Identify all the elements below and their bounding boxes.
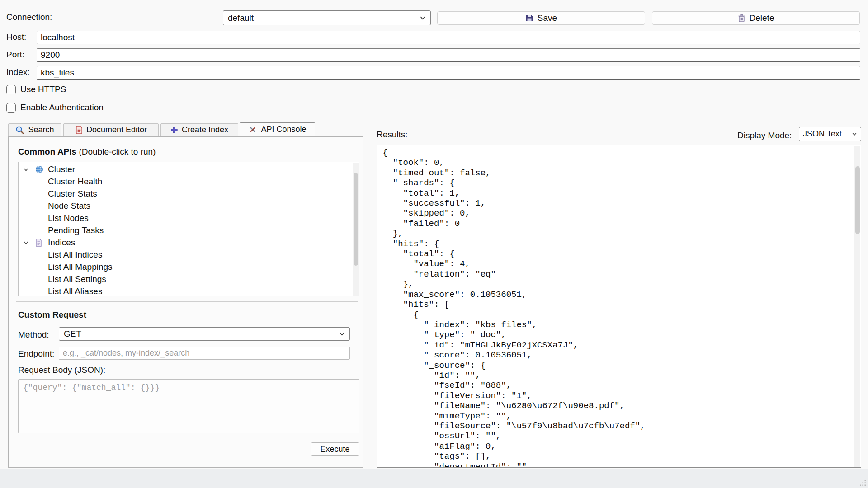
tree-item-label[interactable]: List Nodes: [48, 213, 89, 223]
tab-create-index[interactable]: Create Index: [160, 123, 238, 136]
chevron-down-icon: [852, 131, 857, 137]
panel-divider: [16, 301, 358, 302]
api-console-panel: Common APIs (Double-click to run): [8, 136, 363, 468]
results-scrollbar-thumb[interactable]: [855, 166, 860, 234]
endpoint-input[interactable]: [59, 347, 350, 360]
method-label: Method:: [18, 330, 49, 340]
use-https-row[interactable]: Use HTTPS: [6, 84, 66, 94]
delete-button[interactable]: Delete: [652, 11, 860, 25]
port-label: Port:: [6, 50, 24, 60]
enable-auth-row[interactable]: Enable Authentication: [6, 103, 104, 113]
tree-item-pending-tasks[interactable]: Pending Tasks: [19, 225, 352, 236]
trash-icon: [738, 14, 745, 22]
results-output: { "took": 0, "timed_out": false, "_shard…: [377, 145, 861, 468]
endpoint-label: Endpoint:: [18, 349, 54, 359]
tab-search[interactable]: Search: [8, 123, 61, 136]
tree-item-node-stats[interactable]: Node Stats: [19, 200, 352, 212]
host-input[interactable]: [37, 31, 860, 44]
chevron-down-icon: [339, 331, 345, 337]
tree-item-label[interactable]: Cluster: [48, 164, 75, 174]
results-label: Results:: [377, 130, 408, 140]
method-value: GET: [64, 329, 81, 339]
use-https-label: Use HTTPS: [20, 84, 66, 94]
results-scrollbar[interactable]: [854, 146, 860, 467]
page-icon: [35, 239, 42, 247]
request-body-label: Request Body (JSON):: [18, 365, 105, 375]
method-select[interactable]: GET: [59, 327, 350, 341]
tree-item-list-all-aliases[interactable]: List All Aliases: [19, 286, 352, 296]
tab-api-console[interactable]: API Console: [240, 122, 315, 136]
tree-item-label[interactable]: List All Mappings: [48, 262, 113, 272]
connection-value: default: [228, 13, 254, 23]
app-window: Connection: default Save De: [0, 0, 868, 488]
resize-grip[interactable]: [860, 480, 866, 486]
display-mode-value: JSON Text: [803, 129, 842, 139]
tab-bar: Search Document Editor Create Index: [8, 122, 325, 136]
common-apis-hint: (Double-click to run): [76, 147, 156, 156]
delete-button-label: Delete: [750, 13, 774, 23]
tree-item-cluster-stats[interactable]: Cluster Stats: [19, 188, 352, 200]
tree-item-label[interactable]: Indices: [48, 238, 75, 248]
connection-label: Connection:: [6, 12, 52, 22]
execute-button-label: Execute: [320, 445, 349, 454]
request-body-textarea[interactable]: [18, 379, 359, 433]
use-https-checkbox[interactable]: [6, 85, 16, 94]
common-apis-title: Common APIs: [18, 147, 76, 156]
save-icon: [525, 14, 533, 22]
tree-scrollbar[interactable]: [353, 163, 359, 296]
tab-document-editor-label: Document Editor: [86, 125, 147, 135]
chevron-down-icon[interactable]: [23, 239, 29, 246]
display-mode-select[interactable]: JSON Text: [799, 127, 861, 141]
enable-auth-label: Enable Authentication: [20, 103, 104, 113]
plus-icon: [170, 126, 178, 134]
tab-document-editor[interactable]: Document Editor: [63, 123, 159, 136]
save-button-label: Save: [538, 13, 557, 23]
status-strip: [0, 469, 868, 488]
execute-button[interactable]: Execute: [311, 442, 359, 456]
results-json-text: { "took": 0, "timed_out": false, "_shard…: [382, 148, 853, 467]
connection-select[interactable]: default: [223, 10, 431, 25]
tree-item-list-all-settings[interactable]: List All Settings: [19, 273, 352, 285]
chevron-down-icon: [420, 15, 426, 21]
tree-item-label[interactable]: List All Aliases: [48, 286, 102, 296]
tree-item-cluster-health[interactable]: Cluster Health: [19, 176, 352, 188]
tree-item-indices[interactable]: Indices: [19, 237, 352, 249]
tree-item-cluster[interactable]: Cluster: [19, 164, 352, 175]
index-label: Index:: [6, 67, 30, 77]
tree-item-label[interactable]: Pending Tasks: [48, 225, 104, 235]
display-mode-label: Display Mode:: [737, 131, 792, 141]
tree-item-label[interactable]: Node Stats: [48, 201, 90, 211]
host-label: Host:: [6, 32, 26, 42]
search-icon: [15, 126, 24, 135]
index-input[interactable]: [37, 66, 860, 80]
tree-scrollbar-thumb[interactable]: [354, 173, 358, 266]
port-input[interactable]: [37, 48, 860, 62]
custom-request-title: Custom Request: [18, 310, 86, 320]
tab-api-console-label: API Console: [261, 125, 306, 134]
globe-icon: [35, 165, 43, 174]
tree-item-label[interactable]: Cluster Stats: [48, 189, 97, 199]
chevron-down-icon[interactable]: [23, 166, 29, 173]
tree-item-list-all-indices[interactable]: List All Indices: [19, 249, 352, 261]
tree-item-list-all-mappings[interactable]: List All Mappings: [19, 261, 352, 273]
tab-create-index-label: Create Index: [182, 125, 228, 135]
enable-auth-checkbox[interactable]: [6, 103, 16, 113]
save-button[interactable]: Save: [437, 11, 645, 25]
tools-icon: [248, 125, 257, 134]
common-apis-tree: Cluster Cluster Health Cluster Stats Nod…: [18, 162, 359, 296]
tree-item-list-nodes[interactable]: List Nodes: [19, 212, 352, 224]
document-icon: [75, 126, 83, 134]
tab-search-label: Search: [28, 125, 54, 135]
common-apis-heading: Common APIs (Double-click to run): [18, 147, 156, 157]
tree-item-label[interactable]: List All Indices: [48, 250, 102, 260]
tree-item-label[interactable]: List All Settings: [48, 274, 106, 284]
tree-item-label[interactable]: Cluster Health: [48, 177, 102, 187]
